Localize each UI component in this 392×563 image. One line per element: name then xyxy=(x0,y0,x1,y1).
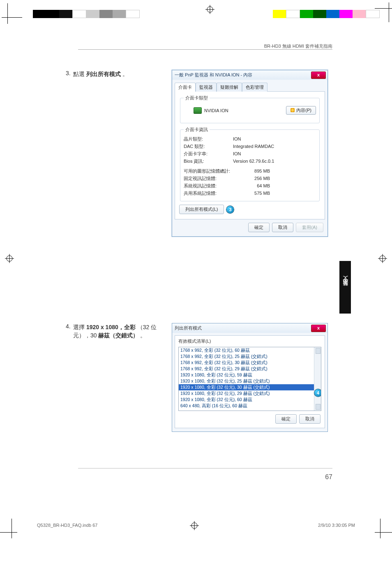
step-3-number: 3. xyxy=(66,70,73,237)
group-adapter-info: 介面卡資訊 晶片類型:ION DAC 類型:Integrated RAMDAC … xyxy=(180,127,320,201)
info-adapter-str-v: ION xyxy=(233,150,241,157)
adapter-name-label: NVIDIA ION xyxy=(204,108,228,113)
dialog1-panel: 介面卡類型 NVIDIA ION 內容(P) 介面卡資訊 晶片類型:ION DA… xyxy=(175,91,325,219)
crop-mark-tl xyxy=(2,3,14,24)
info-bios-k: Bios 資訊: xyxy=(184,157,233,165)
step-4-suffix: 。 xyxy=(140,332,146,339)
step-3-text: 點選 列出所有模式 。 xyxy=(73,70,172,237)
doc-running-header: BR-HD3 無線 HDMI 套件補充指南 xyxy=(264,43,332,49)
info-dac-type-v: Integrated RAMDAC xyxy=(233,143,274,150)
list-item[interactable]: 1768 x 992, 全彩 (32 位元), 29 赫茲 (交錯式) xyxy=(179,366,321,372)
tab-color[interactable]: 色彩管理 xyxy=(242,83,267,92)
crop-mark-tr xyxy=(375,2,392,22)
info-chip-type-k: 晶片類型: xyxy=(184,135,233,143)
page-number: 67 xyxy=(325,473,332,481)
mem-total-k: 可用的圖形記憶體總計: xyxy=(184,167,245,175)
registration-mark-left xyxy=(5,254,14,263)
list-item[interactable]: 1920 x 1080, 全彩 (32 位元), 59 赫茲 xyxy=(179,372,321,378)
list-item[interactable]: 1768 x 992, 全彩 (32 位元), 25 赫茲 (交錯式) xyxy=(179,353,321,360)
list-item[interactable]: 1920 x 1080, 全彩 (32 位元), 60 赫茲 xyxy=(179,397,321,403)
info-adapter-str-k: 介面卡字串: xyxy=(184,150,233,157)
mem-fixed-v: 256 MB xyxy=(245,175,270,182)
listbox-scrollbar[interactable] xyxy=(314,347,321,411)
step-4: 4. 選擇 1920 x 1080，全彩 （32 位元），30 赫茲（交錯式） … xyxy=(66,323,332,432)
registration-mark-right xyxy=(378,254,387,263)
header-rule xyxy=(78,49,332,50)
step-4-bold1: 1920 x 1080，全彩 xyxy=(86,324,136,330)
info-chip-type-v: ION xyxy=(233,135,241,143)
properties-button[interactable]: 內容(P) xyxy=(286,106,316,115)
step-4-prefix: 選擇 xyxy=(73,324,86,330)
dialog1-title-suffix: - 內容 xyxy=(241,72,253,77)
mem-shared-v: 575 MB xyxy=(245,189,270,197)
registration-mark-bottom xyxy=(190,521,199,530)
dialog1-ok-button[interactable]: 確定 xyxy=(248,223,270,232)
dialog1-apply-button: 套用(A) xyxy=(296,223,323,232)
mem-shared-k: 共用系統記憶體: xyxy=(184,189,245,197)
print-footer-right: 2/9/10 3:30:05 PM xyxy=(318,523,355,528)
color-strip-right xyxy=(273,10,380,18)
dialog2-titlebar[interactable]: 列出所有模式 x xyxy=(172,323,327,333)
list-item[interactable]: 1768 x 992, 全彩 (32 位元), 60 赫茲 xyxy=(179,347,321,353)
page-content: 3. 點選 列出所有模式 。 一般 PnP 監視器 和 NVIDIA ION -… xyxy=(66,70,332,473)
step-4-text: 選擇 1920 x 1080，全彩 （32 位元），30 赫茲（交錯式） 。 xyxy=(73,323,172,432)
list-item[interactable]: 1920 x 1080, 全彩 (32 位元), 29 赫茲 (交錯式) xyxy=(179,390,321,397)
list-all-modes-button[interactable]: 列出所有模式(L) xyxy=(179,205,224,214)
group-adapter-type-legend: 介面卡類型 xyxy=(184,95,210,101)
callout-4: 4 xyxy=(314,389,321,397)
registration-mark-top xyxy=(205,5,214,14)
list-item[interactable]: 1768 x 992, 全彩 (32 位元), 30 赫茲 (交錯式) xyxy=(179,360,321,366)
info-bios-v: Version 62.79.6c.0.1 xyxy=(233,157,274,165)
info-dac-type-k: DAC 類型: xyxy=(184,143,233,150)
dialog2-ok-button[interactable]: 確定 xyxy=(275,414,297,424)
step-3-prefix: 點選 xyxy=(73,71,86,77)
group-adapter-type: 介面卡類型 NVIDIA ION 內容(P) xyxy=(180,95,320,123)
dialog1-titlebar[interactable]: 一般 PnP 監視器 和 NVIDIA ION - 內容 x xyxy=(172,70,327,80)
step-4-number: 4. xyxy=(66,323,73,432)
mem-fixed-k: 固定視訊記憶體: xyxy=(184,175,245,182)
dialog2-panel: 有效模式清單(L) 1768 x 992, 全彩 (32 位元), 60 赫茲 … xyxy=(175,335,325,428)
list-item[interactable]: 1920 x 1080, 全彩 (32 位元), 25 赫茲 (交錯式) xyxy=(179,378,321,384)
color-strip-left xyxy=(33,10,140,18)
dialog2-close-button[interactable]: x xyxy=(311,325,326,332)
tab-monitor[interactable]: 監視器 xyxy=(196,83,217,92)
list-all-modes-dialog: 列出所有模式 x 有效模式清單(L) 1768 x 992, 全彩 (32 位元… xyxy=(172,323,328,432)
adapter-chip-icon xyxy=(194,107,202,114)
print-registration-top xyxy=(25,10,388,21)
display-adapter-dialog: 一般 PnP 監視器 和 NVIDIA ION - 內容 x 介面卡 監視器 疑… xyxy=(172,70,328,237)
list-item[interactable]: 640 x 480, 高彩 (16 位元), 60 赫茲 xyxy=(179,403,321,409)
group-adapter-info-legend: 介面卡資訊 xyxy=(184,127,210,133)
tab-adapter[interactable]: 介面卡 xyxy=(175,83,196,92)
mem-sys-v: 64 MB xyxy=(245,182,270,189)
language-tab: 繁體中文 xyxy=(339,261,351,314)
mode-listbox[interactable]: 1768 x 992, 全彩 (32 位元), 60 赫茲 1768 x 992… xyxy=(178,347,321,411)
dialog2-cancel-button[interactable]: 取消 xyxy=(299,414,321,424)
step-3: 3. 點選 列出所有模式 。 一般 PnP 監視器 和 NVIDIA ION -… xyxy=(66,70,332,237)
list-item-selected[interactable]: 1920 x 1080, 全彩 (32 位元), 30 赫茲 (交錯式) xyxy=(179,384,321,390)
dialog1-title-prefix: 一般 PnP 監視器 和 NVIDIA ION xyxy=(175,72,240,77)
footer-rule xyxy=(78,468,332,468)
dialog1-cancel-button[interactable]: 取消 xyxy=(272,223,293,232)
mode-list-label: 有效模式清單(L) xyxy=(175,336,325,345)
crop-mark-bl xyxy=(0,519,17,538)
step-3-bold: 列出所有模式 xyxy=(86,71,121,77)
mem-sys-k: 系統視訊記憶體: xyxy=(184,182,245,189)
step-4-bold2: 赫茲（交錯式） xyxy=(98,332,138,339)
print-footer-left: Q5328_BR-HD3_FAQ.indb 67 xyxy=(37,523,97,528)
step-3-suffix: 。 xyxy=(122,71,128,77)
tab-troubleshoot[interactable]: 疑難排解 xyxy=(217,83,242,92)
mem-total-v: 895 MB xyxy=(245,167,270,175)
dialog1-tabs: 介面卡 監視器 疑難排解 色彩管理 xyxy=(172,80,327,91)
dialog2-title: 列出所有模式 xyxy=(175,325,202,330)
callout-3: 3 xyxy=(226,206,234,213)
dialog1-close-button[interactable]: x xyxy=(311,72,326,79)
crop-mark-br xyxy=(375,519,392,538)
